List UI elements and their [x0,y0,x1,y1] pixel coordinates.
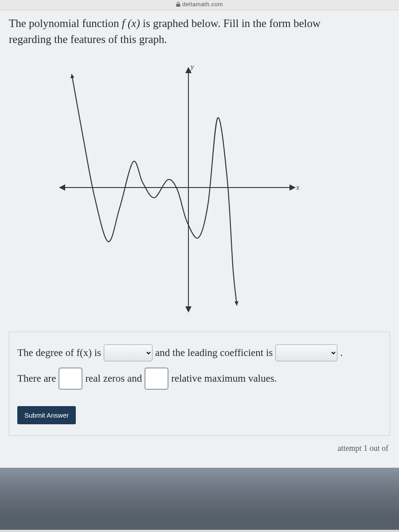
fx-symbol: f (x) [122,17,140,29]
polynomial-curve [72,74,237,305]
problem-content: The polynomial function f (x) is graphed… [0,10,399,468]
y-axis-label: y [190,63,194,71]
degree-label: The degree of f(x) is [17,342,101,364]
degree-select[interactable] [104,344,153,361]
lock-icon [176,1,180,8]
footer-area [0,468,399,530]
url-bar: deltamath.com [0,0,399,10]
question-part2: regarding the features of this graph. [9,33,167,45]
graph-area: y x [53,57,301,318]
attempt-counter: attempt 1 out of [9,444,390,453]
question-part1b: is graphed below. Fill in the form below [140,17,321,29]
max-suffix: relative maximum values. [171,368,277,390]
answer-form: The degree of f(x) is and the leading co… [9,332,390,436]
question-text: The polynomial function f (x) is graphed… [9,16,390,48]
leading-label: and the leading coefficient is [155,342,273,364]
x-axis-label: x [296,184,299,191]
relative-max-input[interactable] [145,368,168,390]
zeros-suffix: real zeros and [85,368,142,390]
period: . [340,342,343,364]
leading-coeff-select[interactable] [275,344,337,361]
submit-button[interactable]: Submit Answer [17,406,76,424]
polynomial-graph: y x [53,57,301,318]
zeros-prefix: There are [17,368,56,390]
real-zeros-input[interactable] [59,368,82,390]
curve-start-arrow [70,74,74,78]
question-part1: The polynomial function [9,17,122,29]
url-text: deltamath.com [182,1,223,8]
